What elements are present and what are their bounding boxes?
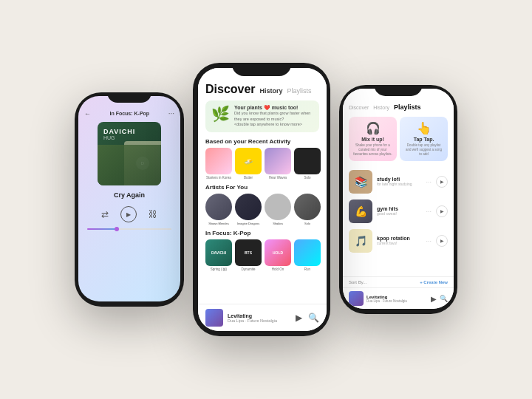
tab-discover[interactable]: Discover (349, 105, 369, 110)
list-item[interactable]: Shawn Mendes (205, 194, 232, 225)
right-tab-bar: Discover History Playlists (343, 103, 454, 111)
center-phone: Discover History Playlists 🌿 Your plants… (193, 63, 330, 336)
right-phone: Discover History Playlists 🎧 Mix it up! … (339, 85, 457, 314)
banner-subtitle: Did you know that plants grow faster whe… (234, 111, 313, 122)
playlist-more-button[interactable]: ··· (426, 208, 432, 215)
list-item[interactable]: BTS Dynamite (235, 239, 262, 271)
playlist-desc: good sweat! (377, 211, 421, 216)
player-artist-name: Dua Lipa · Future Nostalgia (366, 299, 428, 303)
playlist-item[interactable]: 💪 gym hits good sweat! ··· ▶ (343, 197, 454, 226)
mini-search-button[interactable]: 🔍 (308, 313, 319, 323)
left-header: ← In Focus: K-Pop ··· (78, 109, 180, 117)
discover-header: Discover History Playlists (198, 83, 327, 96)
list-item[interactable]: 🧈 Butter (235, 148, 262, 180)
tab-history[interactable]: History (373, 105, 389, 110)
recent-activity-list: Starters in Korea 🧈 Butter Hear Waves So… (198, 148, 327, 180)
playlist-item[interactable]: 📚 study lofi for late night studying ···… (343, 167, 454, 197)
shuffle-button[interactable]: ⇄ (101, 209, 109, 219)
link-button[interactable]: ⛓ (149, 209, 157, 219)
playlist-more-button[interactable]: ··· (426, 178, 432, 185)
banner-title: Your plants ❤️ music too! (234, 105, 313, 111)
list-item[interactable]: Imagine Dragons (235, 194, 262, 225)
progress-bar[interactable] (87, 228, 171, 230)
page-title: In Focus: K-Pop (109, 111, 149, 116)
feature-cards: 🎧 Mix it up! Shake your phone for a cura… (343, 117, 454, 161)
playlist-desc: current favs! (377, 241, 421, 245)
tab-history[interactable]: History (260, 87, 283, 95)
left-phone: ← In Focus: K-Pop ··· DAVICHI HUG D (75, 92, 184, 307)
list-item[interactable]: Solo (294, 194, 321, 225)
banner-cta[interactable]: <double tap anywhere to know more> (234, 122, 313, 128)
player-thumbnail (349, 291, 364, 306)
player-song-title: Levitating (228, 313, 291, 318)
tap-feature-card: 👆 Tap Tap. Double tap any playlist and w… (400, 117, 448, 161)
feature1-title: Mix it up! (353, 137, 392, 142)
sort-button[interactable]: Sort By... (349, 280, 366, 284)
right-bottom-player: Levitating Dua Lipa · Future Nostalgia ▶… (343, 287, 454, 309)
playlists-footer: Sort By... + Create New (343, 276, 454, 287)
tab-playlists[interactable]: Playlists (287, 87, 312, 95)
kpop-list: DAVICHI Spring (봄) BTS Dynamite HOLD (198, 239, 327, 271)
artists-section-title: Artists For You (198, 184, 327, 191)
kpop-section-title: In Focus: K-Pop (198, 230, 327, 236)
play-button[interactable]: ▶ (120, 206, 137, 222)
mini-play-button[interactable]: ▶ (296, 313, 302, 323)
playlist-item[interactable]: 🎵 kpop rotation current favs! ··· ▶ (343, 226, 454, 256)
feature2-desc: Double tap any playlist and we'll sugges… (404, 143, 443, 157)
playlist-thumbnail: 📚 (349, 170, 372, 194)
mini-player-controls: ▶ 🔍 (296, 313, 319, 323)
list-item[interactable]: HOLD Hold On (265, 239, 291, 271)
list-item[interactable]: Starters in Korea (205, 148, 232, 180)
mini-search-button[interactable]: 🔍 (440, 295, 448, 302)
playlist-play-button[interactable]: ▶ (436, 176, 448, 188)
playlist-name: gym hits (377, 206, 421, 211)
back-button[interactable]: ← (84, 110, 91, 117)
plants-banner: 🌿 Your plants ❤️ music too! Did you know… (205, 100, 319, 132)
player-thumbnail (205, 309, 223, 327)
recent-section-title: Based on your Recent Activity (198, 138, 327, 145)
headphone-icon: 🎧 (353, 121, 392, 135)
playlist-thumbnail: 🎵 (349, 229, 372, 253)
album-art: DAVICHI HUG D (98, 122, 161, 185)
list-item[interactable]: Hear Waves (265, 148, 291, 180)
create-new-button[interactable]: + Create New (420, 280, 448, 284)
playlist-thumbnail: 💪 (349, 200, 372, 223)
more-button[interactable]: ··· (168, 109, 174, 117)
feature2-title: Tap Tap. (404, 137, 443, 142)
tap-icon: 👆 (404, 121, 443, 135)
list-item[interactable]: Solo (294, 148, 321, 180)
mini-play-button[interactable]: ▶ (431, 295, 437, 303)
player-artist-name: Dua Lipa · Future Nostalgia (228, 318, 291, 323)
mix-feature-card: 🎧 Mix it up! Shake your phone for a cura… (349, 117, 397, 161)
feature1-desc: Shake your phone for a curated mix of yo… (353, 143, 392, 157)
playlist-desc: for late night studying (377, 182, 421, 186)
playlist-play-button[interactable]: ▶ (436, 235, 448, 247)
list-item[interactable]: DAVICHI Spring (봄) (205, 239, 232, 271)
playback-controls: ⇄ ▶ ⛓ (78, 206, 180, 222)
list-item[interactable]: Run (294, 239, 321, 271)
playlist-play-button[interactable]: ▶ (436, 205, 448, 217)
discover-title: Discover (205, 83, 256, 96)
tab-playlists[interactable]: Playlists (394, 103, 421, 111)
bottom-player: Levitating Dua Lipa · Future Nostalgia ▶… (198, 304, 327, 331)
playlist-more-button[interactable]: ··· (426, 237, 432, 245)
playlist-name: kpop rotation (377, 236, 421, 241)
playlist-name: study lofi (377, 177, 421, 182)
song-title: Cry Again (78, 191, 180, 199)
list-item[interactable]: Shakira (265, 194, 291, 225)
artists-list: Shawn Mendes Imagine Dragons Shakira Sol… (198, 194, 327, 225)
plant-icon: 🌿 (211, 105, 230, 123)
